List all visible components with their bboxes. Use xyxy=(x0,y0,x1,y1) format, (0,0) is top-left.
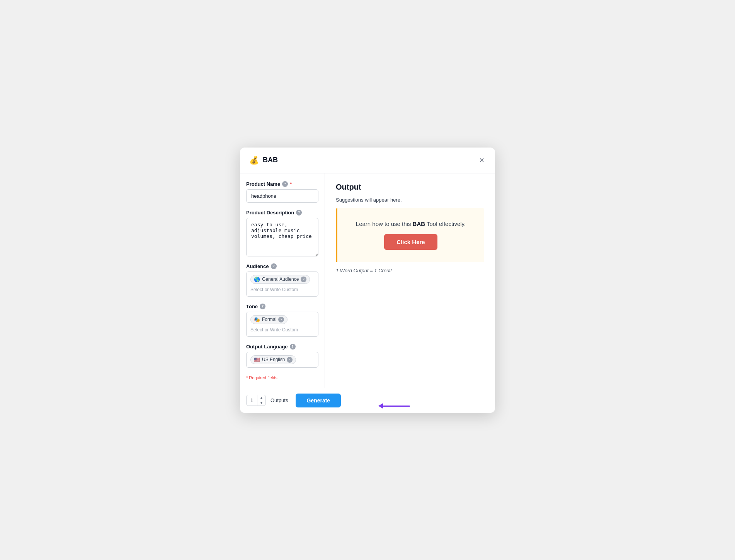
tone-tag-remove[interactable]: × xyxy=(278,317,284,322)
info-box-text: Learn how to use this BAB Tool effective… xyxy=(356,221,466,227)
stepper-up[interactable]: ▲ xyxy=(257,395,265,400)
output-language-input-box[interactable]: 🇺🇸 US English × xyxy=(246,352,318,368)
audience-label: Audience ? xyxy=(246,263,318,269)
product-description-input[interactable]: easy to use, adjustable music volumes, c… xyxy=(246,218,318,256)
audience-placeholder: Select or Write Custom xyxy=(250,286,298,293)
click-here-button[interactable]: Click Here xyxy=(384,234,437,250)
required-fields-note: * Required fields. xyxy=(246,375,318,380)
header-left: 💰 BAB xyxy=(249,156,278,165)
output-language-group: Output Language ? 🇺🇸 US English × xyxy=(246,344,318,368)
modal-body: Product Name ? * Product Description ? e… xyxy=(240,173,495,388)
tone-group: Tone ? 🎭 Formal × Select or Write Custom xyxy=(246,304,318,337)
outputs-label: Outputs xyxy=(271,397,288,403)
bab-brand: BAB xyxy=(413,221,425,227)
right-panel: Output Suggestions will appear here. Lea… xyxy=(325,173,495,388)
modal-header: 💰 BAB × xyxy=(240,148,495,173)
tone-help-icon[interactable]: ? xyxy=(260,304,265,309)
suggestions-hint: Suggestions will appear here. xyxy=(336,197,484,203)
info-box: Learn how to use this BAB Tool effective… xyxy=(336,208,484,262)
audience-tag-remove[interactable]: × xyxy=(301,277,306,282)
output-language-tag-emoji: 🇺🇸 xyxy=(254,357,260,363)
tone-label: Tone ? xyxy=(246,304,318,309)
product-name-label: Product Name ? * xyxy=(246,181,318,187)
product-description-group: Product Description ? easy to use, adjus… xyxy=(246,210,318,256)
tone-tag: 🎭 Formal × xyxy=(250,315,288,324)
outputs-stepper[interactable]: 1 ▲ ▼ xyxy=(246,395,266,406)
output-language-tag-label: US English xyxy=(262,357,285,362)
audience-tag: 🌎 General Audience × xyxy=(250,275,310,284)
bab-icon: 💰 xyxy=(249,156,259,165)
output-language-help-icon[interactable]: ? xyxy=(290,344,296,350)
close-button[interactable]: × xyxy=(478,154,486,166)
output-title: Output xyxy=(336,183,484,192)
tone-input-box[interactable]: 🎭 Formal × Select or Write Custom xyxy=(246,312,318,337)
product-name-group: Product Name ? * xyxy=(246,181,318,203)
tone-tag-emoji: 🎭 xyxy=(254,317,260,322)
audience-group: Audience ? 🌎 General Audience × Select o… xyxy=(246,263,318,297)
audience-tag-emoji: 🌎 xyxy=(254,277,260,282)
product-description-label: Product Description ? xyxy=(246,210,318,216)
audience-input-box[interactable]: 🌎 General Audience × Select or Write Cus… xyxy=(246,272,318,297)
stepper-down[interactable]: ▼ xyxy=(257,400,265,406)
required-star: * xyxy=(290,181,292,187)
tone-placeholder: Select or Write Custom xyxy=(250,326,298,333)
audience-tag-label: General Audience xyxy=(262,277,299,282)
output-language-label: Output Language ? xyxy=(246,344,318,350)
outputs-value: 1 xyxy=(247,395,257,406)
product-description-help-icon[interactable]: ? xyxy=(296,210,302,216)
generate-button[interactable]: Generate xyxy=(296,394,341,407)
audience-help-icon[interactable]: ? xyxy=(271,263,277,269)
credit-note: 1 Word Output = 1 Credit xyxy=(336,268,484,273)
modal-footer: 1 ▲ ▼ Outputs Generate xyxy=(240,388,495,413)
modal-container: 💰 BAB × Product Name ? * Product Descrip… xyxy=(240,148,495,413)
product-name-help-icon[interactable]: ? xyxy=(282,181,288,187)
output-language-tag: 🇺🇸 US English × xyxy=(250,355,296,364)
arrow-indicator xyxy=(383,406,410,407)
output-language-tag-remove[interactable]: × xyxy=(287,357,293,363)
tone-tag-label: Formal xyxy=(262,317,276,322)
left-panel: Product Name ? * Product Description ? e… xyxy=(240,173,325,388)
stepper-arrows: ▲ ▼ xyxy=(257,395,265,406)
product-name-input[interactable] xyxy=(246,189,318,203)
modal-title: BAB xyxy=(263,156,278,164)
